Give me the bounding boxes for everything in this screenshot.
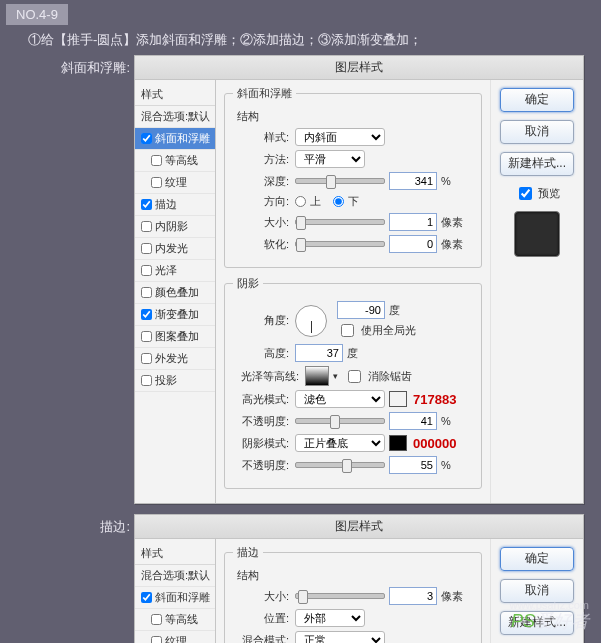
dir-down-radio[interactable] (333, 196, 344, 207)
step-badge: NO.4-9 (6, 4, 68, 25)
layer-style-dialog-bevel: 图层样式 样式 混合选项:默认 斜面和浮雕 等高线 纹理 描边 内阴影 内发光 … (134, 55, 584, 504)
chk-gradoverlay[interactable] (141, 309, 152, 320)
layer-style-dialog-stroke: 图层样式 样式 混合选项:默认 斜面和浮雕 等高线 纹理 描边 内阴影 内发光 … (134, 514, 584, 643)
instruction-text: ①给【推手-圆点】添加斜面和浮雕；②添加描边；③添加渐变叠加； (0, 27, 601, 55)
size-input[interactable] (389, 213, 437, 231)
stroke-blend-select[interactable]: 正常 (295, 631, 385, 643)
style-list-2: 样式 混合选项:默认 斜面和浮雕 等高线 纹理 描边 内阴影 内发光 光泽 (135, 539, 216, 643)
preview-swatch (514, 211, 560, 257)
cancel-button-2[interactable]: 取消 (500, 579, 574, 603)
side-label-bevel: 斜面和浮雕: (0, 55, 134, 77)
highlight-color-swatch[interactable] (389, 391, 407, 407)
angle-dial[interactable] (295, 305, 327, 337)
depth-label: 深度: (233, 174, 291, 189)
blend-options-defaults-2[interactable]: 混合选项:默认 (135, 565, 215, 587)
soften-input[interactable] (389, 235, 437, 253)
stroke-structure-group: 描边 结构 大小: 像素 位置: 外部 混合模式: 正常 不透明度: % 填充类 (224, 545, 482, 643)
stroke-size-input[interactable] (389, 587, 437, 605)
dir-up-radio[interactable] (295, 196, 306, 207)
style-item-satin[interactable]: 光泽 (135, 260, 215, 282)
chk-patternoverlay[interactable] (141, 331, 152, 342)
chk-stroke[interactable] (141, 199, 152, 210)
stroke-settings-pane: 描边 结构 大小: 像素 位置: 外部 混合模式: 正常 不透明度: % 填充类 (216, 539, 490, 643)
shadow-opacity-slider[interactable] (295, 462, 385, 468)
shadow-opacity-input[interactable] (389, 456, 437, 474)
direction-label: 方向: (233, 194, 291, 209)
chk-dropshadow[interactable] (141, 375, 152, 386)
shadow-hex-annot: 000000 (413, 436, 456, 451)
chk-contour[interactable] (151, 155, 162, 166)
technique-select[interactable]: 平滑 (295, 150, 365, 168)
style-select[interactable]: 内斜面 (295, 128, 385, 146)
highlight-mode-label: 高光模式: (233, 392, 291, 407)
ok-button[interactable]: 确定 (500, 88, 574, 112)
dropdown-icon[interactable]: ▾ (333, 371, 338, 381)
chk-texture-2[interactable] (151, 636, 162, 643)
style-item-drop-shadow[interactable]: 投影 (135, 370, 215, 392)
soften-slider[interactable] (295, 241, 385, 247)
highlight-mode-select[interactable]: 滤色 (295, 390, 385, 408)
shadow-color-swatch[interactable] (389, 435, 407, 451)
gloss-contour-label: 光泽等高线: (233, 369, 301, 384)
depth-slider[interactable] (295, 178, 385, 184)
stroke-structure-sublabel: 结构 (237, 568, 473, 583)
altitude-label: 高度: (233, 346, 291, 361)
chk-inglow[interactable] (141, 243, 152, 254)
depth-input[interactable] (389, 172, 437, 190)
angle-input[interactable] (337, 301, 385, 319)
style-item-gradient-overlay[interactable]: 渐变叠加 (135, 304, 215, 326)
style-item-texture[interactable]: 纹理 (135, 172, 215, 194)
style-item-texture-2[interactable]: 纹理 (135, 631, 215, 643)
soften-label: 软化: (233, 237, 291, 252)
style-item-contour[interactable]: 等高线 (135, 150, 215, 172)
right-button-pane: 确定 取消 新建样式... 预览 (490, 80, 583, 503)
chk-inshadow[interactable] (141, 221, 152, 232)
style-item-inner-glow[interactable]: 内发光 (135, 238, 215, 260)
style-label: 样式: (233, 130, 291, 145)
style-list: 样式 混合选项:默认 斜面和浮雕 等高线 纹理 描边 内阴影 内发光 光泽 颜色… (135, 80, 216, 503)
shadow-mode-select[interactable]: 正片叠底 (295, 434, 385, 452)
global-light-label: 使用全局光 (361, 323, 416, 338)
stroke-position-label: 位置: (233, 611, 291, 626)
chk-bevel-2[interactable] (141, 592, 152, 603)
size-slider[interactable] (295, 219, 385, 225)
highlight-opacity-input[interactable] (389, 412, 437, 430)
style-item-inner-shadow[interactable]: 内阴影 (135, 216, 215, 238)
new-style-button-2[interactable]: 新建样式... (500, 611, 574, 635)
style-item-color-overlay[interactable]: 颜色叠加 (135, 282, 215, 304)
stroke-legend: 描边 (233, 545, 263, 560)
style-item-pattern-overlay[interactable]: 图案叠加 (135, 326, 215, 348)
right-button-pane-2: 确定 取消 新建样式... 预览 (490, 539, 583, 643)
preview-chk[interactable] (519, 187, 532, 200)
chk-contour-2[interactable] (151, 614, 162, 625)
gloss-contour-picker[interactable] (305, 366, 329, 386)
ok-button-2[interactable]: 确定 (500, 547, 574, 571)
style-item-bevel[interactable]: 斜面和浮雕 (135, 128, 215, 150)
cancel-button[interactable]: 取消 (500, 120, 574, 144)
antialias-chk[interactable] (348, 370, 361, 383)
style-item-bevel-2[interactable]: 斜面和浮雕 (135, 587, 215, 609)
style-item-contour-2[interactable]: 等高线 (135, 609, 215, 631)
bevel-structure-group: 斜面和浮雕 结构 样式: 内斜面 方法: 平滑 深度: % 方向: 上 下 大小… (224, 86, 482, 268)
highlight-opacity-label: 不透明度: (233, 414, 291, 429)
chk-outglow[interactable] (141, 353, 152, 364)
blend-options-defaults[interactable]: 混合选项:默认 (135, 106, 215, 128)
chk-coloroverlay[interactable] (141, 287, 152, 298)
chk-bevel[interactable] (141, 133, 152, 144)
global-light-chk[interactable] (341, 324, 354, 337)
stroke-size-slider[interactable] (295, 593, 385, 599)
antialias-label: 消除锯齿 (368, 369, 412, 384)
highlight-hex-annot: 717883 (413, 392, 456, 407)
bevel-settings-pane: 斜面和浮雕 结构 样式: 内斜面 方法: 平滑 深度: % 方向: 上 下 大小… (216, 80, 490, 503)
stroke-position-select[interactable]: 外部 (295, 609, 365, 627)
pct-label: % (441, 175, 451, 187)
altitude-input[interactable] (295, 344, 343, 362)
chk-satin[interactable] (141, 265, 152, 276)
chk-texture[interactable] (151, 177, 162, 188)
highlight-opacity-slider[interactable] (295, 418, 385, 424)
size-label: 大小: (233, 215, 291, 230)
style-item-stroke[interactable]: 描边 (135, 194, 215, 216)
structure-sublabel: 结构 (237, 109, 473, 124)
new-style-button[interactable]: 新建样式... (500, 152, 574, 176)
style-item-outer-glow[interactable]: 外发光 (135, 348, 215, 370)
